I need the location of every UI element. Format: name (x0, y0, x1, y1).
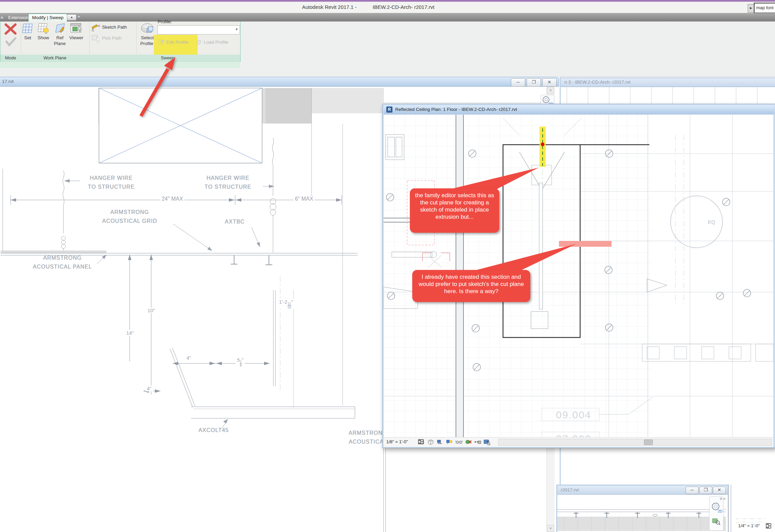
dim-4b: 4" (145, 386, 153, 391)
axtbc-label: AXTBC (225, 219, 245, 225)
edit-profile-label[interactable]: Edit Profile (166, 40, 188, 45)
pick-path-label[interactable]: Pick Path (102, 35, 121, 41)
rcp-canvas[interactable]: EQ 09.004 27.003 the family (384, 115, 773, 437)
zoom-icon[interactable] (712, 517, 720, 526)
dim-10: 10" (146, 307, 156, 313)
revit-file-icon: R (386, 106, 392, 113)
partial-label-1: ARMSTRONG (349, 430, 387, 436)
finish-sweep-icon (6, 38, 15, 45)
window-bottom-titlebar[interactable]: r2017.rvt ─ ❐ ✕ (557, 486, 728, 495)
partial-label-2: ACOUSTICAL (349, 439, 387, 445)
constraints-lock-icon[interactable] (474, 438, 482, 445)
window-main-titlebar[interactable]: 17.rvt ─ ❐ ✕ (0, 77, 559, 87)
window-bottom-right: 1/4" = 1'-0" (728, 485, 775, 532)
edit-profile-icon[interactable] (158, 39, 165, 45)
eq-label: EQ (708, 219, 715, 225)
close-button[interactable]: ✕ (542, 78, 557, 87)
window-rcp: R Reflected Ceiling Plan: 1 Floor - IBEW… (382, 104, 775, 448)
ref-plane-label-2[interactable]: Plane (54, 41, 66, 46)
annotation-callout-1: the family editor selects this as the cu… (410, 188, 499, 233)
viewer-icon[interactable] (70, 23, 83, 34)
restore-button[interactable]: ❐ (527, 78, 541, 87)
window-rcp-title: Reflected Ceiling Plan: 1 Floor - IBEW.2… (395, 107, 517, 112)
window-rcp-titlebar[interactable]: R Reflected Ceiling Plan: 1 Floor - IBEW… (384, 105, 774, 114)
viewer-label[interactable]: Viewer (69, 35, 83, 40)
rcp-scroll-thumb[interactable] (644, 440, 653, 445)
reveal-hidden-icon[interactable] (464, 438, 472, 445)
dim-6-max: 6" MAX (293, 196, 315, 202)
sketch-path-icon[interactable] (91, 23, 101, 32)
2d-wheel-label: 2D (718, 509, 722, 513)
ribbon-tabstrip: n Extensions Modify | Sweep ▲ ▼ (0, 13, 775, 21)
restore-icon: ❐ (532, 80, 536, 85)
cancel-sweep-icon[interactable] (4, 23, 18, 48)
view-control-icons (417, 438, 491, 445)
view-scale[interactable]: 1/8" = 1'-0" (386, 439, 408, 444)
window-edge (731, 485, 731, 532)
sun-path-icon[interactable] (436, 438, 444, 445)
scroll-up-button[interactable]: ∧ (547, 87, 554, 94)
ribbon-collapse-button[interactable]: ▲ (67, 14, 76, 20)
work-plane-panel-label[interactable]: Work Plane (44, 55, 67, 60)
scroll-down-button[interactable]: ∨ (547, 525, 554, 532)
restore-button[interactable]: ❐ (699, 487, 712, 494)
rcp-view-control-bar: 1/8" = 1'-0" < (384, 437, 773, 447)
close-icon: ✕ (548, 80, 551, 85)
tab-modify-sweep[interactable]: Modify | Sweep (28, 14, 67, 21)
visual-style-icon[interactable] (427, 438, 434, 445)
dim-wall-height: 1'-21116" (278, 299, 295, 309)
window-main-title: 17.rvt (2, 79, 14, 84)
ribbon-bottom-strip (0, 61, 240, 68)
room-tag-2: 27.003 (556, 433, 591, 437)
caret-down-icon: ▼ (77, 15, 80, 18)
close-button[interactable]: ✕ (713, 487, 726, 494)
rcp-horizontal-scrollbar[interactable] (498, 439, 772, 446)
ref-plane-icon[interactable] (54, 23, 67, 34)
ribbon-panel-area: Set Show Ref Plane Viewer Sketch Path Pi… (0, 21, 241, 62)
axcolt45-label: AXCOLT45 (199, 427, 229, 433)
sketch-path-label[interactable]: Sketch Path (102, 25, 127, 30)
set-work-plane-icon[interactable] (22, 23, 34, 34)
show-work-plane-icon[interactable] (38, 23, 50, 34)
load-profile-icon[interactable] (196, 39, 202, 45)
room-tag: 09.004 (556, 409, 591, 420)
caret-down-icon: ▼ (235, 28, 238, 31)
caret-up-icon: ▲ (70, 15, 73, 19)
app-titlebar[interactable]: Autodesk Revit 2017.1 - IBEW.2-CD-Arch- … (0, 2, 775, 13)
set-label[interactable]: Set (24, 35, 31, 40)
pick-path-icon[interactable] (91, 34, 101, 43)
revit-application: Autodesk Revit 2017.1 - IBEW.2-CD-Arch- … (0, 0, 775, 532)
minimize-icon: ─ (690, 487, 693, 492)
shadows-icon[interactable] (446, 438, 453, 445)
view-scale[interactable]: 1/4" = 1'-0" (738, 523, 760, 528)
hanger-wire-left-2: TO STRUCTURE (88, 184, 134, 190)
minimize-button[interactable]: ─ (686, 487, 699, 494)
mode-panel-label[interactable]: Mode (5, 55, 16, 60)
select-profile-label-2[interactable]: Profile (140, 41, 153, 46)
minimize-icon: ─ (516, 80, 519, 85)
hide-isolate-glasses-icon[interactable] (455, 438, 463, 445)
select-profile-label-1[interactable]: Select (141, 35, 154, 40)
minimize-button[interactable]: ─ (511, 78, 525, 87)
window-section3-titlebar[interactable]: n 3 - IBEW.2-CD-Arch- r2017.rvt (560, 78, 775, 87)
collapse-chevron[interactable]: < (487, 439, 489, 444)
map-font-expander-button[interactable]: ▶ (748, 4, 754, 13)
show-label[interactable]: Show (38, 35, 49, 40)
profile-dropdown-label: Profile: (158, 19, 172, 24)
hanger-wire-left-1: HANGER WIRE (90, 175, 133, 181)
navigation-bar[interactable]: ⊗ 2D (709, 497, 723, 531)
ribbon-panel-labels: Mode Work Plane Sweep (0, 55, 240, 61)
profile-dropdown[interactable]: ▼ (157, 25, 240, 34)
select-profile-icon[interactable] (140, 22, 155, 36)
map-font-box[interactable]: map font (754, 3, 775, 13)
scroll-chevron[interactable]: ^ (723, 497, 726, 502)
dim-14: 14" (125, 330, 135, 336)
load-profile-label[interactable]: Load Profile (204, 40, 228, 45)
detail-level-icon[interactable] (417, 438, 425, 445)
sweep-panel-label[interactable]: Sweep (161, 55, 174, 60)
detail-level-icon[interactable] (765, 523, 772, 529)
ref-plane-label-1[interactable]: Ref (56, 35, 63, 40)
app-title-filename: IBEW.2-CD-Arch- r2017.rvt (373, 4, 434, 10)
dim-24-max: 24" MAX (160, 196, 185, 202)
window-bottom-title: r2017.rvt (561, 487, 579, 492)
